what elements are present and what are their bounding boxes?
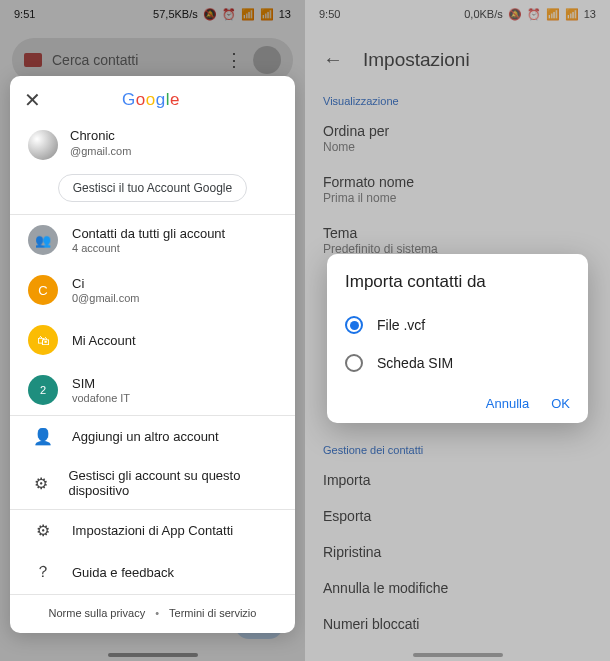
manage-accounts-row[interactable]: ⚙ Gestisci gli account su questo disposi…: [10, 457, 295, 509]
ok-button[interactable]: OK: [551, 396, 570, 411]
radio-unselected-icon[interactable]: [345, 354, 363, 372]
profile-avatar: [28, 130, 58, 160]
account-row-sim[interactable]: 2 SIM vodafone IT: [10, 365, 295, 415]
account-row-ci[interactable]: C Ci 0@gmail.com: [10, 265, 295, 315]
sim-avatar: 2: [28, 375, 58, 405]
account-row-all[interactable]: 👥 Contatti da tutti gli account 4 accoun…: [10, 215, 295, 265]
dialog-title: Importa contatti da: [345, 272, 570, 292]
cancel-button[interactable]: Annulla: [486, 396, 529, 411]
tos-link[interactable]: Termini di servizio: [169, 607, 256, 619]
import-dialog: Importa contatti da File .vcf Scheda SIM…: [327, 254, 588, 423]
account-avatar: 🛍: [28, 325, 58, 355]
account-sheet: ✕ Google Chronic @gmail.com Gestisci il …: [10, 76, 295, 633]
screen-contacts: 9:51 57,5KB/s 🔕 ⏰ 📶 📶 13 Cerca contatti …: [0, 0, 305, 661]
option-vcf[interactable]: File .vcf: [345, 306, 570, 344]
profile-row[interactable]: Chronic @gmail.com: [10, 118, 295, 166]
manage-accounts-icon: ⚙: [28, 474, 54, 493]
radio-selected-icon[interactable]: [345, 316, 363, 334]
footer-links: Norme sulla privacy • Termini di servizi…: [10, 595, 295, 633]
help-icon: ？: [28, 562, 58, 583]
profile-name: Chronic: [70, 128, 131, 143]
privacy-link[interactable]: Norme sulla privacy: [49, 607, 146, 619]
account-row-mi[interactable]: 🛍 Mi Account: [10, 315, 295, 365]
add-account-row[interactable]: 👤 Aggiungi un altro account: [10, 416, 295, 457]
profile-email: @gmail.com: [70, 145, 131, 157]
manage-account-button[interactable]: Gestisci il tuo Account Google: [58, 174, 247, 202]
people-icon: 👥: [28, 225, 58, 255]
account-avatar: C: [28, 275, 58, 305]
option-sim[interactable]: Scheda SIM: [345, 344, 570, 382]
app-settings-row[interactable]: ⚙ Impostazioni di App Contatti: [10, 510, 295, 551]
gear-icon: ⚙: [28, 521, 58, 540]
add-person-icon: 👤: [28, 427, 58, 446]
google-logo: Google: [21, 90, 281, 110]
screen-settings: 9:50 0,0KB/s 🔕 ⏰ 📶 📶 13 ← Impostazioni V…: [305, 0, 610, 661]
help-row[interactable]: ？ Guida e feedback: [10, 551, 295, 594]
